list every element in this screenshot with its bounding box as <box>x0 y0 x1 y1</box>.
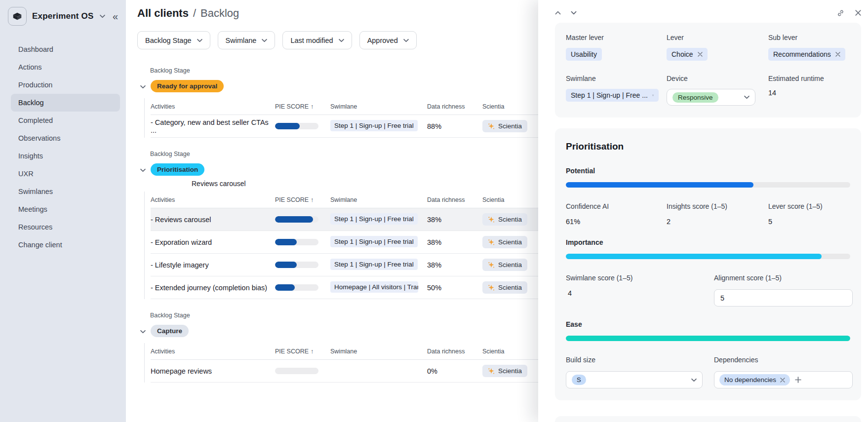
stage-label: Backlog Stage <box>150 67 545 74</box>
link-icon <box>837 9 844 17</box>
sidebar-item-production[interactable]: Production <box>11 76 120 94</box>
copy-link-button[interactable] <box>837 9 844 17</box>
filter-backlog-stage[interactable]: Backlog Stage <box>137 31 210 49</box>
next-section-card <box>555 416 861 422</box>
table-row[interactable]: Homepage reviews 0% Scientia <box>151 360 545 383</box>
sidebar-item-uxr[interactable]: UXR <box>11 165 120 183</box>
next-item-button[interactable] <box>571 11 577 15</box>
col-data-richness: Data richness <box>427 103 482 110</box>
activity-label: - Extended journey (completion bias) <box>151 284 275 292</box>
stage-badge[interactable]: Capture <box>151 325 189 337</box>
sidebar-collapse-icon[interactable]: « <box>113 11 120 21</box>
lever-score-label: Lever score (1–5) <box>768 202 850 210</box>
sidebar: Experiment OS « Dashboard Actions Produc… <box>0 0 126 422</box>
col-pie-score[interactable]: PIE SCORE↑ <box>275 348 330 355</box>
sidebar-item-change-client[interactable]: Change client <box>11 236 120 254</box>
build-size-select[interactable]: S <box>566 371 703 388</box>
confidence-ai-label: Confidence AI <box>566 202 667 210</box>
lever-chip[interactable]: Choice <box>667 48 708 61</box>
col-scientia: Scientia <box>482 196 545 203</box>
estimated-runtime-value: 14 <box>768 89 850 97</box>
filter-label: Approved <box>367 37 398 44</box>
alignment-score-input[interactable] <box>714 289 853 307</box>
chevron-down-icon <box>197 38 202 42</box>
detail-panel: Master lever Usability Lever Choice Sub … <box>538 0 868 422</box>
lever-score-value: 5 <box>768 218 850 226</box>
dependency-chip[interactable]: No dependencies <box>719 374 790 385</box>
filter-last-modified[interactable]: Last modified <box>282 31 352 49</box>
stage-badge[interactable]: Prioritisation <box>151 163 204 176</box>
remove-x-icon[interactable] <box>652 93 654 98</box>
table-row[interactable]: - Lifestyle imagery Step 1 | Sign-up | F… <box>151 254 545 276</box>
sidebar-item-completed[interactable]: Completed <box>11 112 120 129</box>
workspace-chevron-down-icon[interactable] <box>100 14 105 18</box>
activity-label: - Category, new and best seller CTAs ... <box>151 118 275 134</box>
close-panel-button[interactable] <box>855 10 861 16</box>
scientia-badge[interactable]: Scientia <box>482 236 527 248</box>
sub-lever-chip[interactable]: Recommendations <box>768 48 845 61</box>
sidebar-item-observations[interactable]: Observations <box>11 129 120 147</box>
group-collapse-chevron-icon[interactable] <box>140 82 146 91</box>
sidebar-item-insights[interactable]: Insights <box>11 147 120 165</box>
table-row[interactable]: - Category, new and best seller CTAs ...… <box>151 115 545 138</box>
table-row-selected[interactable]: - Reviews carousel Step 1 | Sign-up | Fr… <box>151 208 545 231</box>
dependencies-field[interactable]: No dependencies <box>714 371 853 388</box>
build-size-label: Build size <box>566 356 714 364</box>
data-richness-value: 88% <box>427 122 482 130</box>
filter-label: Swimlane <box>226 37 257 44</box>
sidebar-item-dashboard[interactable]: Dashboard <box>11 40 120 58</box>
sidebar-item-backlog[interactable]: Backlog <box>11 94 120 112</box>
device-select[interactable]: Responsive <box>667 89 755 106</box>
data-richness-value: 50% <box>427 284 482 292</box>
swimlane-chip: Step 1 | Sign-up | Free trial <box>330 120 418 131</box>
sparkles-icon <box>488 368 495 374</box>
sidebar-item-swimlanes[interactable]: Swimlanes <box>11 183 120 200</box>
chevron-down-icon <box>744 95 750 99</box>
insights-score-label: Insights score (1–5) <box>667 202 768 210</box>
chevron-up-icon <box>555 11 561 15</box>
pie-score-bar <box>275 262 318 268</box>
ease-bar <box>566 336 850 341</box>
sidebar-nav: Dashboard Actions Production Backlog Com… <box>8 40 120 254</box>
sort-asc-icon: ↑ <box>311 196 314 203</box>
sidebar-header: Experiment OS « <box>8 7 120 26</box>
group-ready-for-approval: Backlog Stage Ready for approval Activit… <box>150 67 545 138</box>
sort-asc-icon: ↑ <box>311 348 314 355</box>
remove-x-icon[interactable] <box>780 378 785 383</box>
lever-fields-card: Master lever Usability Lever Choice Sub … <box>555 23 861 117</box>
col-pie-score[interactable]: PIE SCORE↑ <box>275 196 330 203</box>
swimlane-label: Swimlane <box>566 75 667 82</box>
col-pie-score[interactable]: PIE SCORE↑ <box>275 103 330 110</box>
sidebar-item-meetings[interactable]: Meetings <box>11 200 120 218</box>
table-row[interactable]: - Extended journey (completion bias) Hom… <box>151 276 545 299</box>
group-collapse-chevron-icon[interactable] <box>140 165 146 174</box>
pie-score-bar <box>275 368 318 374</box>
table-header: Activities PIE SCORE↑ Swimlane Data rich… <box>151 98 545 115</box>
scientia-badge[interactable]: Scientia <box>482 120 527 132</box>
group-collapse-chevron-icon[interactable] <box>140 327 146 336</box>
table-row[interactable]: - Exporation wizard Step 1 | Sign-up | F… <box>151 231 545 254</box>
scientia-badge[interactable]: Scientia <box>482 259 527 271</box>
filter-swimlane[interactable]: Swimlane <box>218 31 276 49</box>
scientia-badge[interactable]: Scientia <box>482 213 527 226</box>
remove-x-icon[interactable] <box>835 52 840 57</box>
stage-badge[interactable]: Ready for approval <box>151 80 224 92</box>
plus-icon <box>795 377 801 383</box>
scientia-badge[interactable]: Scientia <box>482 365 527 377</box>
swimlane-chip[interactable]: Step 1 | Sign-up | Free ... <box>566 89 659 102</box>
master-lever-chip[interactable]: Usability <box>566 48 602 61</box>
sidebar-item-actions[interactable]: Actions <box>11 58 120 76</box>
remove-x-icon[interactable] <box>698 52 703 57</box>
backlog-groups: Backlog Stage Ready for approval Activit… <box>150 67 545 383</box>
sparkles-icon <box>488 216 495 223</box>
swimlane-score-label: Swimlane score (1–5) <box>566 274 714 282</box>
filter-approved[interactable]: Approved <box>359 31 417 49</box>
panel-toolbar <box>555 0 861 22</box>
add-dependency-button[interactable] <box>795 377 801 383</box>
table-header: Activities PIE SCORE↑ Swimlane Data rich… <box>151 192 545 208</box>
breadcrumb-all-clients[interactable]: All clients <box>137 7 189 20</box>
scientia-badge[interactable]: Scientia <box>482 281 527 294</box>
sidebar-item-resources[interactable]: Resources <box>11 218 120 236</box>
activity-label: - Lifestyle imagery <box>151 261 275 269</box>
prev-item-button[interactable] <box>555 11 561 15</box>
